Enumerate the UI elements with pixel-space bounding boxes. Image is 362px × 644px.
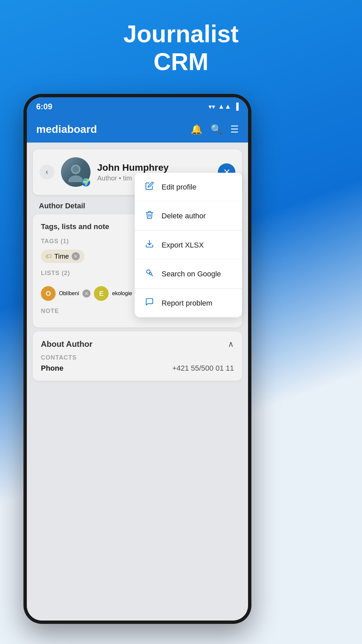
phone-frame: 6:09 ▾▾ ▲▲ ▐ mediaboard 🔔 🔍 ☰ ‹ bbox=[23, 94, 251, 624]
app-title-line1: Journalist bbox=[123, 20, 239, 47]
signal-icon: ▲▲ bbox=[218, 103, 231, 110]
phone-screen: 6:09 ▾▾ ▲▲ ▐ mediaboard 🔔 🔍 ☰ ‹ bbox=[27, 97, 248, 621]
brand-logo: mediaboard bbox=[36, 123, 97, 136]
menu-label-edit-profile: Edit profile bbox=[162, 183, 196, 192]
status-bar: 6:09 ▾▾ ▲▲ ▐ bbox=[27, 97, 248, 116]
menu-item-delete-author[interactable]: Delete author bbox=[135, 202, 242, 230]
delete-icon bbox=[144, 210, 155, 221]
svg-point-5 bbox=[149, 273, 152, 275]
menu-item-report-problem[interactable]: Report problem bbox=[135, 289, 242, 317]
search-google-icon bbox=[144, 268, 155, 279]
menu-item-search-google[interactable]: Search on Google bbox=[135, 260, 242, 288]
app-title: Journalist CRM bbox=[7, 20, 355, 76]
content-area: ‹ 🌍 John bbox=[27, 143, 248, 621]
edit-icon bbox=[144, 181, 155, 193]
menu-label-search-google: Search on Google bbox=[162, 270, 221, 278]
status-time: 6:09 bbox=[36, 102, 52, 111]
nav-icons: 🔔 🔍 ☰ bbox=[191, 124, 239, 135]
dropdown-menu: Edit profile Delete author bbox=[135, 173, 242, 317]
status-icons: ▾▾ ▲▲ ▐ bbox=[208, 103, 239, 111]
bell-icon[interactable]: 🔔 bbox=[191, 124, 202, 135]
export-icon bbox=[144, 239, 155, 251]
menu-item-export-xlsx[interactable]: Export XLSX bbox=[135, 231, 242, 260]
battery-icon: ▐ bbox=[234, 103, 239, 110]
menu-label-export: Export XLSX bbox=[162, 241, 204, 250]
app-title-line2: CRM bbox=[154, 48, 208, 75]
report-icon bbox=[144, 298, 155, 309]
wifi-icon: ▾▾ bbox=[208, 103, 215, 111]
svg-line-6 bbox=[149, 272, 150, 273]
menu-icon[interactable]: ☰ bbox=[230, 124, 239, 135]
menu-item-edit-profile[interactable]: Edit profile bbox=[135, 173, 242, 202]
app-title-area: Journalist CRM bbox=[0, 0, 362, 89]
menu-label-delete-author: Delete author bbox=[162, 212, 206, 220]
nav-bar: mediaboard 🔔 🔍 ☰ bbox=[27, 116, 248, 143]
search-icon[interactable]: 🔍 bbox=[210, 124, 222, 135]
menu-label-report: Report problem bbox=[162, 299, 213, 308]
